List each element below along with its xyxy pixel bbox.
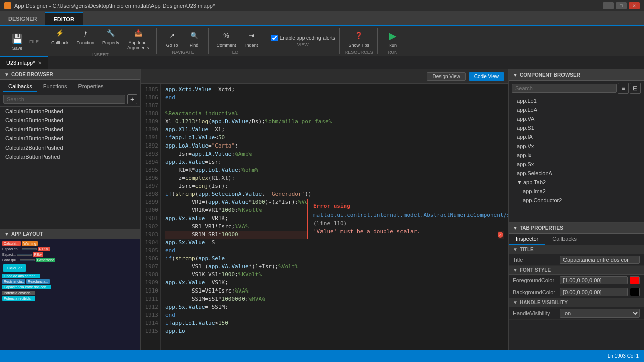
list-item[interactable]: app.lx bbox=[509, 151, 644, 160]
designer-tab[interactable]: DESIGNER bbox=[0, 12, 45, 25]
tab-properties-label: TAB PROPERTIES bbox=[520, 225, 564, 231]
app-layout-section: ▼ APP LAYOUT Calculat... Warning Espaci … bbox=[0, 229, 140, 350]
run-button[interactable]: ▶ Run bbox=[383, 28, 403, 49]
handle-vis-select[interactable]: on off callback bbox=[560, 309, 640, 318]
app-layout-label: APP LAYOUT bbox=[11, 231, 43, 237]
code-line-1886: end bbox=[165, 94, 504, 102]
fg-color-input[interactable] bbox=[560, 276, 628, 284]
file-tab-bar: U23.mlapp* ✕ bbox=[0, 56, 644, 69]
code-browser-header[interactable]: ▼ CODE BROWSER bbox=[0, 69, 140, 80]
tab-properties-header[interactable]: ▼ TAB PROPERTIES bbox=[509, 223, 644, 234]
component-filter-btn[interactable]: ⊟ bbox=[630, 83, 641, 94]
preview-label-3: Lado qui... bbox=[2, 258, 19, 262]
bg-color-input[interactable] bbox=[560, 288, 628, 296]
design-view-btn[interactable]: Design View bbox=[427, 72, 465, 81]
comment-button[interactable]: % Comment bbox=[214, 28, 239, 49]
list-item[interactable]: CalcularButtonPushed bbox=[0, 152, 140, 161]
list-item[interactable]: Calcular2ButtonPushed bbox=[0, 143, 140, 152]
property-button[interactable]: 🔧 Property bbox=[99, 25, 122, 51]
show-tips-button[interactable]: ❓ Show Tips bbox=[345, 28, 372, 49]
file-tab-u23[interactable]: U23.mlapp* ✕ bbox=[0, 56, 48, 69]
preview-btn-11: Potencia recibida... bbox=[2, 296, 35, 301]
list-item[interactable]: app.Vx bbox=[509, 141, 644, 151]
code-line-1914: if app.Lo1.Value > 150 bbox=[165, 319, 504, 327]
list-item[interactable]: app.S1 bbox=[509, 123, 644, 132]
list-item[interactable]: Calcular4ButtonPushed bbox=[0, 125, 140, 134]
callbacks-tab[interactable]: Callbacks bbox=[3, 82, 37, 92]
callbacks-prop-tab[interactable]: Callbacks bbox=[545, 234, 584, 245]
code-line-1905: end bbox=[165, 247, 504, 255]
title-value-input[interactable] bbox=[560, 256, 640, 264]
inspector-tab[interactable]: Inspector bbox=[509, 234, 545, 245]
callback-list: Calcular6ButtonPushed Calcular5ButtonPus… bbox=[0, 107, 140, 229]
find-icon: 🔍 bbox=[187, 29, 201, 43]
code-line-1904: app.Sx.Value = S bbox=[165, 239, 504, 247]
code-browser-label: CODE BROWSER bbox=[11, 71, 53, 77]
code-line-1913: end bbox=[165, 311, 504, 319]
add-callback-btn[interactable]: + bbox=[127, 94, 137, 104]
editor-tab[interactable]: EDITOR bbox=[45, 12, 83, 25]
find-button[interactable]: 🔍 Find bbox=[184, 28, 204, 49]
error-title: Error using bbox=[313, 202, 493, 210]
bg-color-swatch[interactable] bbox=[630, 288, 640, 296]
list-item[interactable]: app.SelecionA bbox=[509, 169, 644, 178]
code-line-1912: app.Sx.Value = SS1M; bbox=[165, 303, 504, 311]
list-item[interactable]: Calcular3ButtonPushed bbox=[0, 134, 140, 143]
code-line-1888: %Reactancia inductiva% bbox=[165, 110, 504, 118]
list-item[interactable]: Calcular6ButtonPushed bbox=[0, 107, 140, 116]
app-icon bbox=[4, 2, 11, 9]
title-prop-row: Title bbox=[509, 254, 644, 266]
app-input-button[interactable]: 📥 App InputArguments bbox=[124, 25, 152, 51]
title-label: Title bbox=[513, 257, 558, 263]
indent-button[interactable]: ⇥ Indent bbox=[242, 28, 262, 49]
component-browser-header[interactable]: ▼ COMPONENT BROWSER bbox=[509, 69, 644, 81]
list-item[interactable]: app.Lo1 bbox=[509, 96, 644, 105]
cursor-position: Ln 1903 Col 1 bbox=[608, 353, 639, 359]
bg-color-label: BackgroundColor bbox=[513, 289, 558, 295]
search-input[interactable] bbox=[3, 95, 125, 104]
component-list: app.Lo1 app.LoA app.VA app.S1 app.IA app… bbox=[509, 96, 644, 222]
run-icon: ▶ bbox=[386, 29, 400, 43]
save-button[interactable]: 💾 Save bbox=[7, 31, 27, 52]
property-label: Property bbox=[102, 40, 119, 45]
preview-btn-9: Capacitancia entre dos con... bbox=[2, 285, 51, 289]
preview-btn-2: Warning bbox=[22, 241, 38, 246]
error-link[interactable]: matlab.ui.control.internal.model.Abstrac… bbox=[313, 211, 493, 220]
maximize-btn[interactable]: □ bbox=[616, 2, 627, 9]
app-input-label: App InputArguments bbox=[127, 40, 149, 50]
code-view-btn[interactable]: Code View bbox=[469, 72, 504, 81]
list-item[interactable]: app.LoA bbox=[509, 105, 644, 114]
callback-button[interactable]: ⚡ Callback bbox=[48, 25, 72, 51]
component-sort-btn[interactable]: ≡ bbox=[618, 83, 629, 94]
component-search-input[interactable] bbox=[512, 84, 617, 93]
file-group: 💾 Save FILE bbox=[3, 28, 43, 54]
list-item[interactable]: app.IA bbox=[509, 132, 644, 141]
code-line-1889: Xl=0.1213*log(app.D.Value/Ds);%ohm/milla… bbox=[165, 118, 504, 126]
error-line-info: (line 110) bbox=[313, 220, 493, 228]
preview-btn-3: R1KV bbox=[38, 247, 50, 251]
function-button[interactable]: ƒ Function bbox=[74, 25, 98, 51]
enable-alerts-label[interactable]: Enable app coding alerts bbox=[271, 35, 335, 41]
minimize-btn[interactable]: ─ bbox=[603, 2, 614, 9]
list-item[interactable]: app.Ima2 bbox=[509, 187, 644, 196]
code-browser-tabs: Callbacks Functions Properties bbox=[0, 80, 140, 92]
list-item[interactable]: app.Sx bbox=[509, 160, 644, 169]
list-item[interactable]: ▼ app.Tab2 bbox=[509, 178, 644, 187]
list-item[interactable]: app.VA bbox=[509, 114, 644, 123]
close-btn[interactable]: ✕ bbox=[629, 2, 640, 9]
properties-tab[interactable]: Properties bbox=[73, 82, 108, 92]
handle-vis-row: HandleVisibility on off callback bbox=[509, 307, 644, 320]
app-layout-header[interactable]: ▼ APP LAYOUT bbox=[0, 229, 140, 239]
list-item[interactable]: app.Conductor2 bbox=[509, 196, 644, 205]
goto-button[interactable]: ↗ Go To bbox=[162, 28, 182, 49]
properties-content: ▼ TITLE Title ▼ FONT STYLE ForegroundCol… bbox=[509, 245, 644, 350]
code-line-1891: if app.Lo1.Value < 50 bbox=[165, 134, 504, 142]
fg-color-swatch[interactable] bbox=[630, 276, 640, 284]
comment-icon: % bbox=[219, 29, 233, 43]
enable-alerts-checkbox[interactable] bbox=[271, 35, 278, 41]
close-file-tab[interactable]: ✕ bbox=[38, 60, 42, 66]
functions-tab[interactable]: Functions bbox=[38, 82, 72, 92]
code-line-1896: z=complex(R1,Xl); bbox=[165, 174, 504, 182]
left-panel: ▼ CODE BROWSER Callbacks Functions Prope… bbox=[0, 69, 141, 350]
list-item[interactable]: Calcular5ButtonPushed bbox=[0, 116, 140, 125]
